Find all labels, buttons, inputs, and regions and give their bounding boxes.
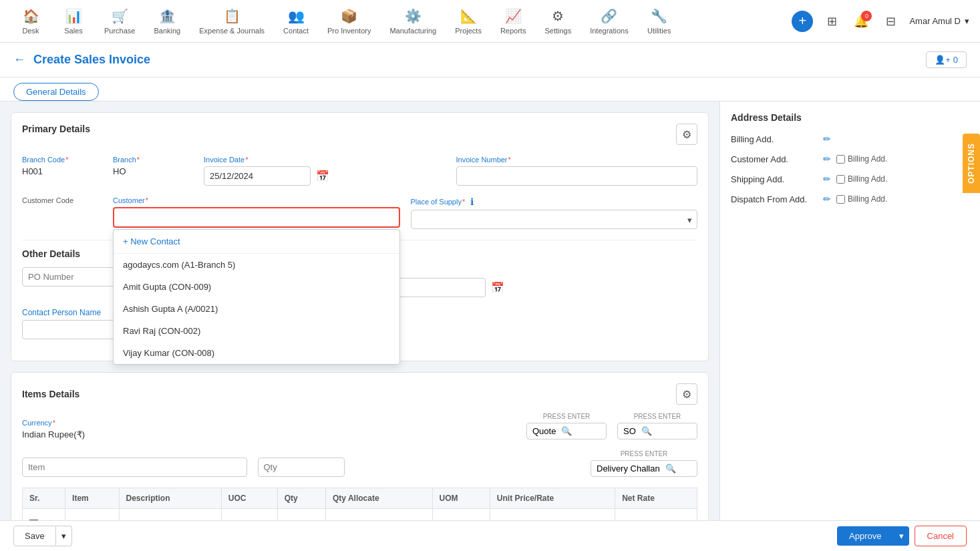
col-net-rate: Net Rate <box>615 488 697 509</box>
notification-button[interactable]: 🔔 0 <box>850 11 872 32</box>
nav-banking[interactable]: 🏦 Banking <box>146 3 188 40</box>
so-group: PRESS ENTER SO 🔍 <box>617 413 697 439</box>
dispatch-billing-checkbox[interactable] <box>836 195 845 204</box>
customer-add-edit-icon[interactable]: ✏ <box>823 154 831 164</box>
customer-billing-add-text: Billing Add. <box>848 154 887 164</box>
customer-billing-check-group: Billing Add. <box>836 154 887 164</box>
add-button[interactable]: + <box>792 11 813 32</box>
place-of-supply-select[interactable] <box>411 210 698 229</box>
nav-contact-label: Contact <box>283 27 309 35</box>
primary-details-card: Primary Details ⚙ Branch Code H001 Branc… <box>11 112 709 361</box>
col-sr: Sr. <box>23 488 65 509</box>
approve-button-wrapper: Approve ▾ <box>837 526 909 546</box>
customer-option-2[interactable]: Ashish Gupta A (A/0021) <box>114 298 399 320</box>
nav-projects[interactable]: 📐 Projects <box>447 3 490 40</box>
nav-projects-label: Projects <box>455 27 482 35</box>
nav-manufacturing[interactable]: ⚙️ Manufacturing <box>381 3 444 40</box>
approve-button[interactable]: Approve <box>837 526 893 546</box>
dispatch-add-label: Dispatch From Add. <box>731 194 818 204</box>
customer-option-0[interactable]: agodaycs.com (A1-Branch 5) <box>114 254 399 276</box>
delivery-challan-label: Delivery Challan <box>597 464 660 474</box>
nav-desk-label: Desk <box>22 27 39 35</box>
dc-press-enter-label: PRESS ENTER <box>621 450 668 457</box>
customer-option-1[interactable]: Amit Gupta (CON-009) <box>114 276 399 298</box>
integrations-icon: 🔗 <box>601 8 617 24</box>
customer-input[interactable] <box>113 207 400 228</box>
shipping-billing-check-group: Billing Add. <box>836 174 887 184</box>
save-dropdown-button[interactable]: ▾ <box>56 526 72 546</box>
customer-option-3[interactable]: Ravi Raj (CON-002) <box>114 320 399 342</box>
user-add-icon: 👤+ <box>935 55 951 65</box>
bottom-bar: Save ▾ Approve ▾ Cancel <box>0 520 980 551</box>
nav-banking-label: Banking <box>154 27 180 35</box>
user-count-value: 0 <box>953 55 958 65</box>
cancel-button[interactable]: Cancel <box>915 526 967 546</box>
branch-label: Branch <box>113 156 193 164</box>
nav-contact[interactable]: 👥 Contact <box>275 3 317 40</box>
info-icon[interactable]: ℹ <box>470 196 474 207</box>
address-details-title: Address Details <box>731 112 969 123</box>
ack-date-calendar-icon[interactable]: 📅 <box>491 281 504 294</box>
quote-search-icon[interactable]: 🔍 <box>561 426 572 436</box>
invoice-number-input[interactable] <box>456 166 698 186</box>
nav-integrations-label: Integrations <box>590 27 628 35</box>
customer-label: Customer <box>113 196 400 204</box>
dispatch-add-edit-icon[interactable]: ✏ <box>823 194 831 204</box>
utilities-icon: 🔧 <box>651 8 667 24</box>
nav-reports[interactable]: 📈 Reports <box>492 3 534 40</box>
nav-settings-label: Settings <box>544 27 571 35</box>
customer-group: Customer + New Contact agodaycs.com (A1-… <box>113 196 400 228</box>
dispatch-billing-check-group: Billing Add. <box>836 194 887 204</box>
nav-purchase[interactable]: 🛒 Purchase <box>96 3 143 40</box>
action-buttons: Approve ▾ Cancel <box>837 526 967 546</box>
primary-details-settings-button[interactable]: ⚙ <box>676 124 697 145</box>
grid-icon-button[interactable]: ⊞ <box>821 11 842 32</box>
user-count-button[interactable]: 👤+ 0 <box>926 51 967 68</box>
layout-icon-button[interactable]: ⊟ <box>880 11 901 32</box>
customer-code-label: Customer Code <box>22 196 102 204</box>
billing-add-edit-icon[interactable]: ✏ <box>823 134 831 144</box>
so-search-icon[interactable]: 🔍 <box>641 426 652 436</box>
nav-integrations[interactable]: 🔗 Integrations <box>582 3 636 40</box>
address-details-panel: Address Details Billing Add. ✏ Customer … <box>719 102 980 551</box>
currency-group: Currency Indian Rupee(₹) <box>22 419 142 439</box>
nav-settings[interactable]: ⚙ Settings <box>536 3 579 40</box>
nav-utilities[interactable]: 🔧 Utilities <box>639 3 679 40</box>
chevron-down-icon: ▾ <box>965 16 969 26</box>
ack-date-label: Ack Date <box>365 267 698 275</box>
item-input[interactable] <box>22 457 247 477</box>
user-menu[interactable]: Amar Amul D ▾ <box>909 16 969 26</box>
nav-sales[interactable]: 📊 Sales <box>53 3 94 40</box>
back-button[interactable]: ← <box>13 53 25 67</box>
invoice-date-calendar-icon[interactable]: 📅 <box>316 170 329 182</box>
items-table-header-row: Sr. Item Description UOC Qty Qty Allocat… <box>23 488 697 509</box>
billing-add-row: Billing Add. ✏ <box>731 134 969 144</box>
nav-expense-journals[interactable]: 📋 Expense & Journals <box>191 3 273 40</box>
shipping-billing-checkbox[interactable] <box>836 175 845 184</box>
shipping-add-edit-icon[interactable]: ✏ <box>823 174 831 184</box>
new-contact-option[interactable]: + New Contact <box>114 230 399 254</box>
invoice-date-input[interactable] <box>204 166 311 186</box>
primary-details-header: Primary Details ⚙ <box>22 124 697 145</box>
nav-desk[interactable]: 🏠 Desk <box>11 3 51 40</box>
nav-pro-inventory[interactable]: 📦 Pro Inventory <box>319 3 379 40</box>
branch-value: HO <box>113 166 193 176</box>
items-settings-button[interactable]: ⚙ <box>676 383 697 405</box>
col-uoc: UOC <box>221 488 277 509</box>
customer-option-4[interactable]: Vijay Kumar (CON-008) <box>114 342 399 364</box>
customer-dropdown-wrapper: + New Contact agodaycs.com (A1-Branch 5)… <box>113 207 400 228</box>
ack-date-group: Ack Date 📅 <box>365 267 698 297</box>
user-name: Amar Amul D <box>909 16 961 26</box>
so-input-wrapper: SO 🔍 <box>617 423 697 439</box>
delivery-challan-wrapper: Delivery Challan 🔍 <box>591 460 697 477</box>
qty-input[interactable] <box>258 457 345 477</box>
item-group <box>22 457 247 477</box>
col-unit-price: Unit Price/Rate <box>490 488 615 509</box>
save-button[interactable]: Save <box>13 526 56 546</box>
customer-billing-checkbox[interactable] <box>836 155 845 164</box>
delivery-challan-search-icon[interactable]: 🔍 <box>665 464 676 474</box>
customer-dropdown-menu: + New Contact agodaycs.com (A1-Branch 5)… <box>113 229 400 365</box>
options-sidebar[interactable]: OPTIONS <box>963 134 980 193</box>
tab-general-details[interactable]: General Details <box>13 83 99 101</box>
approve-dropdown-button[interactable]: ▾ <box>894 526 909 546</box>
